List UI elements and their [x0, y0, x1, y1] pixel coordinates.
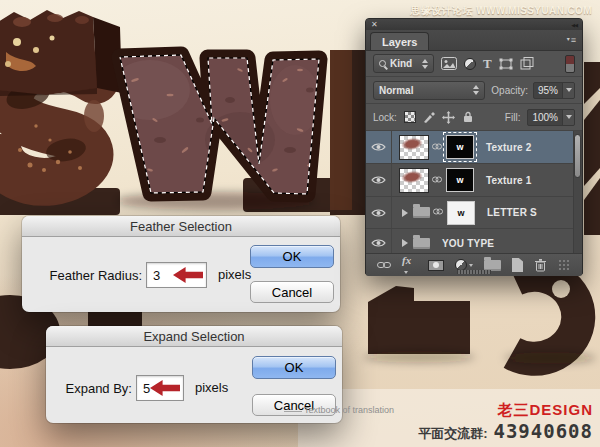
blend-mode-row: Normal Opacity: 95%	[366, 77, 582, 104]
visibility-toggle[interactable]	[366, 197, 392, 228]
layer-name[interactable]: Texture 2	[486, 142, 532, 153]
layer-thumbnail[interactable]	[399, 168, 429, 193]
close-icon[interactable]: ✕	[371, 21, 378, 29]
group-expand-icon[interactable]	[402, 209, 408, 217]
panel-titlebar: ✕ ◀◀	[366, 19, 582, 30]
layers-list: w Texture 2 w Texture 1	[366, 131, 582, 253]
lock-all-icon[interactable]	[462, 111, 474, 123]
layer-mask-thumbnail[interactable]: w	[446, 135, 474, 159]
shape-filter-icon[interactable]	[499, 58, 513, 70]
visibility-toggle[interactable]	[366, 229, 392, 253]
new-group-icon[interactable]	[484, 260, 501, 271]
panel-menu-icon[interactable]: ▾≡	[567, 35, 576, 45]
opacity-value: 95%	[534, 85, 562, 96]
filter-row: Kind T	[366, 51, 582, 77]
collapse-panel-icon[interactable]: ◀◀	[571, 22, 577, 28]
delete-layer-icon[interactable]	[534, 258, 547, 272]
caption-line	[284, 411, 302, 412]
blend-mode-select[interactable]: Normal	[373, 81, 485, 100]
red-arrow-annotation	[173, 267, 203, 283]
lock-pixels-brush-icon[interactable]	[423, 111, 435, 123]
expand-selection-dialog: Expand Selection Expand By: 5 pixels OK …	[46, 326, 342, 423]
type-filter-icon[interactable]: T	[483, 57, 492, 70]
search-icon	[379, 60, 386, 67]
lock-row: Lock: Fill: 100%	[366, 104, 582, 131]
eye-icon	[371, 142, 386, 152]
site-watermark: 思缘设计论坛 WWW.MISSYUAN.COM	[411, 4, 592, 18]
eye-icon	[371, 238, 386, 248]
lock-transparency-icon[interactable]	[404, 111, 416, 123]
fill-value: 100%	[528, 112, 562, 123]
layer-row-texture-1[interactable]: w Texture 1	[366, 164, 582, 197]
scrollbar-thumb[interactable]	[574, 134, 581, 178]
layer-thumbnail[interactable]	[399, 135, 429, 160]
visibility-toggle[interactable]	[366, 164, 392, 196]
panel-drag-handle[interactable]	[457, 270, 491, 274]
brand-text: 老三DESIGN	[418, 401, 593, 420]
dialog-title: Feather Selection	[22, 216, 340, 237]
kind-label: Kind	[390, 58, 412, 69]
fill-field[interactable]: 100%	[527, 109, 575, 126]
group-label: 平面交流群:	[418, 425, 487, 443]
mask-link-icon[interactable]	[432, 142, 442, 153]
add-layer-mask-icon[interactable]	[428, 260, 444, 271]
dialog-title: Expand Selection	[46, 326, 342, 347]
opacity-field[interactable]: 95%	[533, 82, 575, 99]
expand-by-value: 5	[143, 381, 150, 396]
new-layer-icon[interactable]	[512, 258, 524, 272]
pixels-unit-label: pixels	[195, 375, 228, 401]
feather-radius-input[interactable]: 3	[146, 262, 207, 288]
layer-name[interactable]: Texture 1	[486, 175, 532, 186]
chocolate-letter-w	[110, 55, 320, 210]
mask-link-icon[interactable]	[433, 207, 443, 218]
ok-button[interactable]: OK	[252, 356, 336, 379]
ok-button[interactable]: OK	[250, 245, 334, 268]
chocolate-bar	[0, 10, 122, 96]
blend-mode-value: Normal	[379, 85, 413, 96]
panel-tabbar: Layers ▾≡	[366, 30, 582, 51]
group-number: 43940608	[493, 420, 593, 442]
red-arrow-annotation	[150, 380, 180, 396]
smart-object-filter-icon[interactable]	[520, 57, 534, 70]
layer-row-texture-2[interactable]: w Texture 2	[366, 131, 582, 164]
cancel-button[interactable]: Cancel	[250, 281, 334, 303]
expand-by-label: Expand By:	[50, 376, 132, 402]
lock-label: Lock:	[373, 112, 397, 123]
filter-toggle-switch[interactable]	[565, 55, 575, 73]
lock-position-icon[interactable]	[442, 111, 455, 124]
photoshop-workspace: 思缘设计论坛 WWW.MISSYUAN.COM Textbook of tran…	[0, 0, 600, 447]
pixel-layer-filter-icon[interactable]	[441, 57, 457, 70]
visibility-toggle[interactable]	[366, 131, 392, 163]
group-expand-icon[interactable]	[402, 239, 408, 247]
feather-selection-dialog: Feather Selection Feather Radius: 3 pixe…	[22, 216, 340, 312]
filter-kind-select[interactable]: Kind	[373, 54, 434, 73]
group-folder-icon	[413, 238, 430, 249]
credits: 老三DESIGN 平面交流群: 43940608	[418, 401, 593, 443]
eye-icon	[371, 208, 386, 218]
link-layers-icon[interactable]	[377, 260, 391, 270]
feather-radius-value: 3	[153, 268, 160, 283]
mask-link-icon[interactable]	[432, 175, 442, 186]
layer-styles-icon[interactable]: fx	[402, 254, 417, 277]
panel-resize-grip[interactable]	[558, 259, 571, 272]
pixels-unit-label: pixels	[218, 262, 251, 288]
fill-label: Fill:	[505, 112, 521, 123]
layer-name[interactable]: LETTER S	[487, 207, 537, 218]
feather-radius-label: Feather Radius:	[30, 263, 142, 289]
layers-panel: ✕ ◀◀ Layers ▾≡ Kind T	[365, 18, 583, 275]
fill-dropdown-icon[interactable]	[562, 110, 574, 125]
layer-name[interactable]: YOU TYPE	[442, 238, 494, 249]
tab-layers[interactable]: Layers	[370, 32, 429, 50]
group-folder-icon	[413, 207, 430, 218]
layer-row-letter-s[interactable]: w LETTER S	[366, 197, 582, 229]
expand-by-input[interactable]: 5	[136, 375, 184, 401]
eye-icon	[371, 175, 386, 185]
layer-mask-thumbnail[interactable]: w	[446, 168, 474, 192]
adjustment-filter-icon[interactable]	[464, 58, 476, 70]
opacity-label: Opacity:	[491, 85, 528, 96]
group-mask-thumbnail[interactable]: w	[447, 201, 475, 225]
opacity-dropdown-icon[interactable]	[562, 83, 574, 98]
caption-text: Textbook of translation	[304, 405, 394, 415]
layer-row-you-type[interactable]: YOU TYPE	[366, 229, 582, 253]
